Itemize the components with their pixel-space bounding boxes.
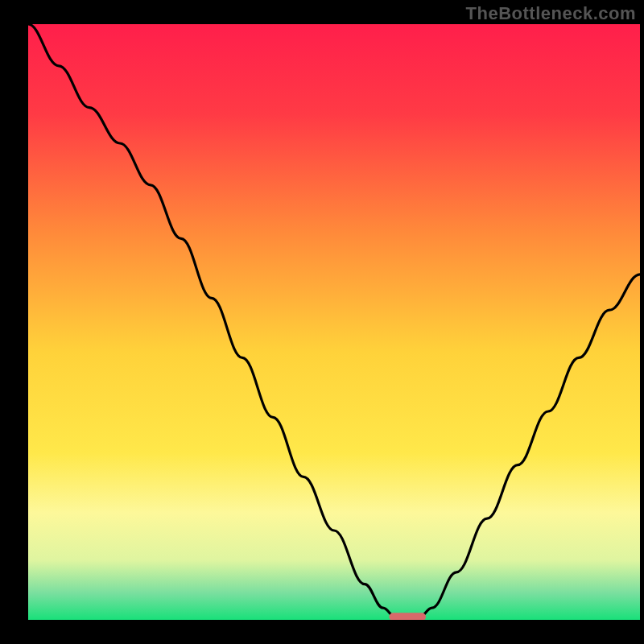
optimal-range-marker [389,613,426,620]
plot-area [28,24,640,620]
chart-svg [28,24,640,620]
watermark-label: TheBottleneck.com [466,3,636,24]
chart-frame: TheBottleneck.com [0,0,644,644]
